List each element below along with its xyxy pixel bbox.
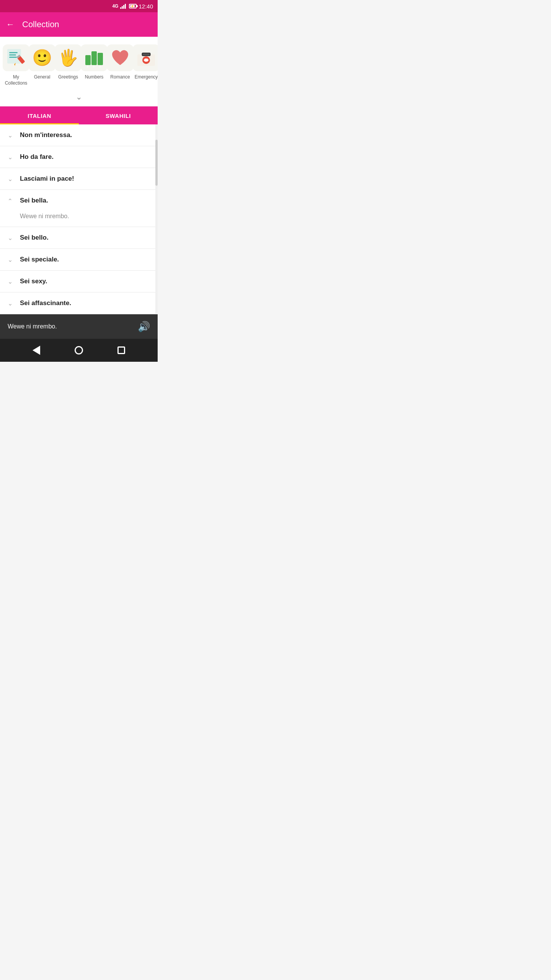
phrase-chevron-7: ⌄ [6, 278, 14, 285]
volume-button[interactable]: 🔊 [138, 321, 150, 333]
phrase-header-6[interactable]: ⌄ Sei speciale. [0, 249, 158, 270]
category-item-greetings[interactable]: 🖐️ Greetings [55, 43, 81, 82]
emergency-label: Emergency [135, 74, 158, 80]
signal-strength-icon [120, 3, 127, 9]
phrase-item-2: ⌄ Ho da fare. [0, 146, 158, 168]
numbers-icon-wrapper: 2 1 3 [81, 44, 108, 71]
svg-text:1: 1 [93, 65, 95, 68]
svg-rect-1 [9, 52, 18, 53]
nav-home-icon [75, 346, 83, 354]
general-icon-wrapper: 🙂 [29, 44, 55, 71]
phrase-item-6: ⌄ Sei speciale. [0, 249, 158, 271]
svg-rect-18 [144, 59, 148, 61]
scrollbar-thumb[interactable] [155, 140, 158, 186]
my-collections-label: My Collections [5, 74, 28, 86]
numbers-icon: 2 1 3 [84, 47, 104, 68]
phrase-header-5[interactable]: ⌄ Sei bello. [0, 227, 158, 248]
emergency-icon-wrapper [133, 44, 158, 71]
svg-rect-9 [98, 53, 103, 65]
phrase-item-1: ⌄ Non m'interessa. [0, 124, 158, 146]
phrase-text-6: Sei speciale. [20, 256, 59, 263]
phrase-header-1[interactable]: ⌄ Non m'interessa. [0, 124, 158, 146]
category-item-general[interactable]: 🙂 General [29, 43, 55, 82]
my-collections-icon-wrapper [3, 44, 29, 71]
phrase-item-5: ⌄ Sei bello. [0, 227, 158, 249]
tab-italian[interactable]: ITALIAN [0, 106, 79, 124]
audio-bar: Wewe ni mrembo. 🔊 [0, 314, 158, 339]
phrase-chevron-8: ⌄ [6, 300, 14, 307]
medical-kit-icon [136, 47, 156, 68]
phrase-chevron-2: ⌄ [6, 154, 14, 161]
back-button[interactable]: ← [6, 20, 15, 29]
nav-home-button[interactable] [75, 346, 83, 354]
nav-recents-button[interactable] [117, 346, 125, 354]
scrollbar-track [155, 124, 158, 314]
phrase-chevron-1: ⌄ [6, 132, 14, 139]
svg-rect-8 [91, 51, 97, 65]
status-bar: 4G ⚡ 12:40 [0, 0, 158, 12]
phrase-item-4: ⌄ Sei bella. Wewe ni mrembo. [0, 190, 158, 227]
greetings-icon-wrapper: 🖐️ [55, 44, 82, 71]
heart-icon [110, 47, 130, 68]
phrase-list-area: ⌄ Non m'interessa. ⌄ Ho da fare. ⌄ Lasci… [0, 124, 158, 314]
category-row: My Collections 🙂 General 🖐️ Greetings 2 … [0, 37, 158, 91]
chevron-down-icon: ⌄ [76, 92, 82, 101]
greetings-label: Greetings [58, 74, 78, 80]
phrase-translation-4: Wewe ni mrembo. [0, 211, 158, 227]
phrase-text-8: Sei affascinante. [20, 299, 71, 307]
phrase-text-1: Non m'interessa. [20, 131, 72, 139]
general-label: General [34, 74, 51, 80]
nav-bar [0, 339, 158, 362]
phrase-text-4: Sei bella. [20, 197, 48, 204]
numbers-label: Numbers [85, 74, 104, 80]
category-item-emergency[interactable]: Emergency [133, 43, 158, 82]
svg-rect-15 [143, 54, 150, 55]
signal-type-label: 4G [112, 3, 118, 9]
romance-label: Romance [110, 74, 130, 80]
phrase-header-2[interactable]: ⌄ Ho da fare. [0, 146, 158, 168]
phrase-header-7[interactable]: ⌄ Sei sexy. [0, 271, 158, 292]
svg-text:2: 2 [87, 65, 89, 68]
phrase-header-3[interactable]: ⌄ Lasciami in pace! [0, 168, 158, 189]
battery-icon: ⚡ [129, 4, 137, 8]
nav-back-icon [33, 346, 40, 355]
phrase-text-5: Sei bello. [20, 234, 49, 242]
nav-back-button[interactable] [33, 346, 40, 355]
phrase-item-7: ⌄ Sei sexy. [0, 271, 158, 292]
page-title: Collection [22, 20, 59, 29]
app-header: ← Collection [0, 12, 158, 37]
category-item-romance[interactable]: Romance [107, 43, 133, 82]
svg-rect-2 [9, 54, 16, 56]
romance-icon-wrapper [107, 44, 134, 71]
svg-text:3: 3 [99, 65, 101, 68]
svg-rect-3 [9, 57, 17, 58]
phrase-list: ⌄ Non m'interessa. ⌄ Ho da fare. ⌄ Lasci… [0, 124, 158, 314]
greetings-icon: 🖐️ [58, 50, 78, 66]
nav-recents-icon [117, 346, 125, 354]
general-icon: 🙂 [32, 50, 52, 66]
category-item-numbers[interactable]: 2 1 3 Numbers [81, 43, 107, 82]
phrase-item-8: ⌄ Sei affascinante. [0, 292, 158, 314]
notebook-pencil-icon [6, 47, 26, 68]
phrase-text-3: Lasciami in pace! [20, 175, 74, 183]
phrase-header-4[interactable]: ⌄ Sei bella. [0, 190, 158, 211]
clock-label: 12:40 [139, 3, 153, 10]
phrase-header-8[interactable]: ⌄ Sei affascinante. [0, 292, 158, 314]
audio-text: Wewe ni mrembo. [8, 323, 57, 330]
phrase-chevron-6: ⌄ [6, 256, 14, 263]
phrase-text-2: Ho da fare. [20, 153, 54, 161]
phrase-chevron-3: ⌄ [6, 175, 14, 183]
phrase-chevron-5: ⌄ [6, 234, 14, 242]
category-item-my-collections[interactable]: My Collections [3, 43, 29, 88]
tab-swahili[interactable]: SWAHILI [79, 106, 158, 124]
expand-categories-button[interactable]: ⌄ [0, 91, 158, 106]
language-tab-bar: ITALIAN SWAHILI [0, 106, 158, 124]
phrase-item-3: ⌄ Lasciami in pace! [0, 168, 158, 190]
phrase-text-7: Sei sexy. [20, 278, 47, 285]
phrase-chevron-4: ⌄ [6, 197, 14, 204]
svg-rect-7 [85, 55, 91, 65]
